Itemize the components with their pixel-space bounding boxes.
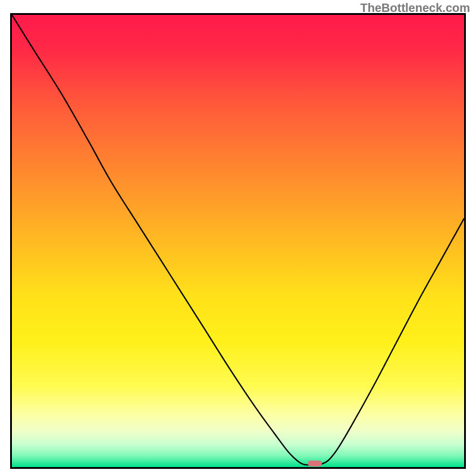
gradient-background <box>12 15 464 467</box>
optimal-marker <box>308 461 322 466</box>
bottleneck-chart <box>12 15 464 467</box>
watermark-text: TheBottleneck.com <box>361 1 470 15</box>
